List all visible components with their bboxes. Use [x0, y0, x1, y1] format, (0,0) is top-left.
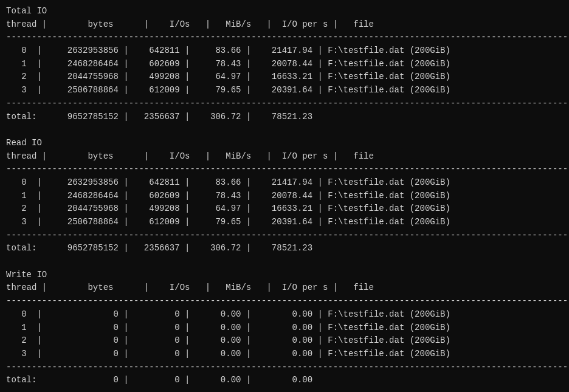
io-stats-display: Total IO thread | bytes | I/Os | MiB/s |…: [6, 5, 563, 392]
